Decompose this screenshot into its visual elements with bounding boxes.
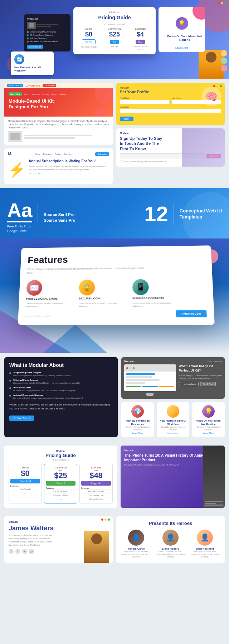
annual-subscribe-btn[interactable]: Subscribe bbox=[95, 152, 109, 156]
pricing-columns: Demo $0 Current Full Set Of Assets Comme… bbox=[77, 28, 152, 51]
full-demo-col: Demo $0 Download Features Free Sample — … bbox=[9, 464, 42, 503]
learn-more-link[interactable]: Learn More bbox=[161, 46, 202, 49]
nav-contacts[interactable]: Contacts bbox=[58, 93, 66, 95]
person-body bbox=[84, 531, 109, 563]
full-pricing-subtitle: Subtitle text here bbox=[9, 459, 113, 461]
mini-avatar-3 bbox=[221, 65, 227, 72]
monitor-feat-2 bbox=[142, 386, 158, 389]
blog-card: Modular The iPhone Turns 10: A Visual Hi… bbox=[121, 446, 225, 508]
middle-right: Modular Set Your Profile 🧠 First Name La… bbox=[116, 83, 225, 184]
full-commercial-col: Commercial $49 $25 Current Features Full… bbox=[44, 464, 77, 503]
annual-nav-about[interactable]: About bbox=[35, 153, 40, 155]
what-title: What is Modular About bbox=[9, 362, 113, 368]
member-2-desc: Lorem ipsum dolor sit amet, consectetur … bbox=[155, 550, 186, 559]
contacts-feature-name: BUSINESS CONTACTS bbox=[132, 297, 164, 300]
monitor-feat-list bbox=[126, 386, 174, 389]
tc-close bbox=[101, 518, 103, 521]
bar-1 bbox=[24, 135, 92, 136]
font-names: Source Serif Pro Source Sans Pro bbox=[44, 212, 75, 222]
what-feature-4: Included Commercial License Buy once and… bbox=[9, 394, 113, 399]
try-btn[interactable]: Try bbox=[110, 40, 119, 44]
person-wrapper bbox=[84, 531, 109, 563]
demo-feat-2: — bbox=[10, 491, 40, 495]
nav-about[interactable]: About bbox=[24, 93, 30, 95]
stats-left: Aa Source Serif Pro Source Sans Pro Free… bbox=[7, 195, 111, 233]
maximize-dot bbox=[220, 85, 222, 87]
firstname-input[interactable] bbox=[120, 100, 170, 104]
monitor-btn-2[interactable]: Pay It First bbox=[200, 382, 216, 386]
bar-2 bbox=[24, 137, 75, 139]
extended-feat-3: Goods For Sale bbox=[81, 497, 111, 501]
subscribe-checkbox[interactable] bbox=[120, 161, 122, 163]
googleplus-icon[interactable]: g+ bbox=[29, 549, 34, 554]
twitter-icon[interactable]: t bbox=[15, 549, 20, 554]
feat-bar-green bbox=[126, 386, 141, 387]
lightning-icon: ⚡ bbox=[8, 162, 26, 177]
what-cta-btn[interactable]: Get Me There! bbox=[9, 416, 34, 421]
annual-nav-contacts[interactable]: Contacts bbox=[64, 153, 73, 155]
join-btn[interactable]: I Want to Join bbox=[176, 310, 207, 318]
hero-left-btn[interactable]: Get It There! bbox=[27, 45, 43, 49]
monitor-nav-features[interactable]: Features bbox=[214, 360, 222, 363]
what-feat-4-text: Included Commercial License Buy once and… bbox=[13, 394, 83, 399]
feat-2-desc: Whenever design calls for full list of f… bbox=[13, 382, 80, 384]
upgrade-btn[interactable]: Upgrade bbox=[81, 481, 111, 486]
commercial-feat-3: — bbox=[46, 497, 75, 501]
annual-cta[interactable]: LET'S START! bbox=[29, 172, 109, 174]
feat-bar-3 bbox=[142, 388, 155, 388]
design-learn-more[interactable]: Learn More bbox=[123, 432, 152, 434]
typography-row: Aa Source Serif Pro Source Sans Pro bbox=[7, 201, 111, 222]
workflow-learn-more[interactable]: Learn More bbox=[159, 432, 187, 434]
monitor-btn-1[interactable]: I Have an Idea bbox=[179, 382, 199, 386]
extended-feature: Commercial Use Custom bbox=[128, 45, 152, 51]
demo-feat-3: — bbox=[10, 495, 40, 499]
monitor-nav-about[interactable]: About bbox=[207, 360, 212, 363]
nav-pricing[interactable]: Pricing bbox=[43, 93, 49, 95]
nav-features[interactable]: Features bbox=[32, 93, 40, 95]
linkedin-icon[interactable]: in bbox=[22, 549, 27, 554]
feat-3-desc: All assets and things you'll ever need t… bbox=[13, 389, 75, 392]
phone-screen bbox=[203, 500, 225, 508]
annual-content: Annual Subscription Is Wating For You! W… bbox=[29, 159, 109, 174]
next-btn[interactable]: Next bbox=[120, 117, 133, 121]
phone-bar-3 bbox=[205, 505, 223, 506]
monitor-bar-1 bbox=[126, 373, 155, 375]
focus-learn-more[interactable]: Learn More bbox=[194, 432, 223, 434]
current-pricing-btn[interactable]: Current bbox=[46, 481, 75, 486]
signup-overlay bbox=[182, 128, 225, 167]
features-icons-row: 💎 High-Quality Design Resources Carefull… bbox=[121, 402, 225, 437]
login-feature-name: SECURE LOGIN bbox=[79, 297, 101, 301]
monitor-logo: Modular bbox=[124, 360, 134, 363]
username-input[interactable] bbox=[120, 109, 221, 113]
hero-feature-1: Enlightening UI/UX Insights bbox=[27, 31, 68, 33]
download-btn[interactable]: Download bbox=[10, 479, 40, 483]
pricing-extended-col: Extended $4 Buy Commercial Use Custom bbox=[128, 28, 152, 51]
feat-1-name: Enlightening UI/UX Insights bbox=[13, 372, 71, 374]
feat-bar-5 bbox=[159, 388, 171, 388]
discount-text: 10% discount bbox=[25, 84, 40, 87]
nav-blog[interactable]: Blog bbox=[51, 93, 55, 95]
what-feature-2: All Actual Fonts Support Whenever design… bbox=[9, 379, 113, 384]
feat-4-desc: Buy once and use it forever, even for co… bbox=[13, 397, 83, 399]
monitor-question: What Is Your Image Of Perfect UI Kit? bbox=[179, 364, 222, 373]
firstname-field: First Name bbox=[120, 97, 170, 104]
workflow-icon-circle: ⚡ bbox=[167, 405, 179, 418]
username-label: Username bbox=[120, 106, 221, 108]
pricing-demo-col: Demo $0 Current Full Set Of Assets bbox=[77, 28, 101, 51]
phone-bar-1 bbox=[205, 501, 223, 502]
mc-close bbox=[218, 2, 220, 4]
feature-workflow-card: ⚡ New Fantastic Kind Of Workflow Careful… bbox=[157, 402, 189, 437]
annual-icon: ⚡ bbox=[8, 159, 26, 180]
team-section: Modular James Walters With hundreds of f… bbox=[0, 512, 229, 567]
annual-nav-pricing[interactable]: Pricing bbox=[54, 153, 61, 155]
annual-nav-features[interactable]: Features bbox=[43, 153, 52, 155]
extended-btn[interactable]: Buy bbox=[136, 40, 145, 44]
hero-feature-2: All Actual Fonts Support bbox=[27, 34, 68, 36]
current-btn[interactable]: Current bbox=[82, 39, 96, 44]
commercial-feature: Full Set bbox=[103, 45, 126, 48]
what-features-list: Enlightening UI/UX Insights We can help … bbox=[9, 372, 113, 399]
workflow-desc: Carefully reviewed patterns designed bbox=[159, 426, 187, 431]
facebook-icon[interactable]: f bbox=[9, 549, 14, 554]
firstname-label: First Name bbox=[120, 97, 170, 99]
team-window-controls bbox=[101, 518, 110, 521]
